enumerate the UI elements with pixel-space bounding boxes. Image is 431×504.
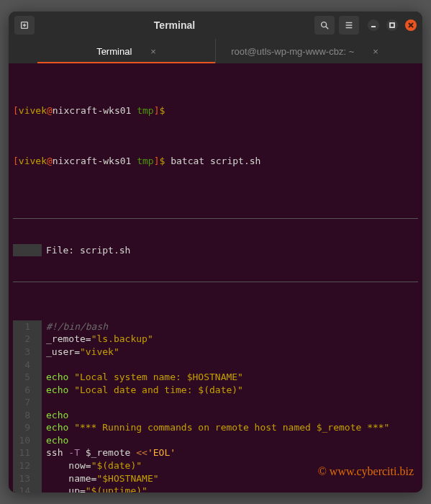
command-text: batcat script.sh bbox=[171, 156, 260, 166]
terminal-window: Terminal Terminal × root@utls-wp-mg-www-… bbox=[9, 12, 422, 492]
code-line: 7 bbox=[13, 396, 418, 409]
code-line: 9 echo "*** Running commands on remote h… bbox=[13, 421, 418, 434]
search-button[interactable] bbox=[314, 16, 335, 35]
bat-rule bbox=[13, 218, 418, 219]
tab-remote-session[interactable]: root@utls-wp-mg-www-cbz: ~ × bbox=[216, 39, 394, 63]
hamburger-menu-button[interactable] bbox=[339, 16, 359, 35]
code-line: 4 bbox=[13, 359, 418, 372]
tab-close-icon[interactable]: × bbox=[373, 46, 378, 57]
prompt-line: [vivek@nixcraft-wks01 tmp]$ bbox=[13, 104, 418, 117]
titlebar: Terminal bbox=[9, 12, 422, 39]
close-button[interactable] bbox=[405, 19, 417, 31]
watermark: © www.cyberciti.biz bbox=[318, 464, 414, 480]
code-line: 6 echo "Local date and time: $(date)" bbox=[13, 384, 418, 397]
tab-label: Terminal bbox=[96, 46, 132, 57]
tab-close-icon[interactable]: × bbox=[150, 46, 156, 57]
code-line: 14 up="$(uptime)" bbox=[13, 485, 418, 492]
window-controls bbox=[368, 19, 417, 31]
code-line: 8 echo bbox=[13, 409, 418, 422]
code-line: 2 _remote="ls.backup" bbox=[13, 333, 418, 346]
tab-label: root@utls-wp-mg-www-cbz: ~ bbox=[231, 46, 354, 57]
svg-line-4 bbox=[326, 27, 329, 30]
code-line: 10 echo bbox=[13, 434, 418, 447]
minimize-button[interactable] bbox=[368, 19, 379, 31]
maximize-button[interactable] bbox=[386, 19, 398, 31]
bat-rule bbox=[13, 282, 418, 282]
tab-bar: Terminal × root@utls-wp-mg-www-cbz: ~ × bbox=[9, 39, 422, 63]
code-line: 5 echo "Local system name: $HOSTNAME" bbox=[13, 371, 418, 384]
bat-header: File: script.sh bbox=[13, 244, 418, 257]
code-line: 3 _user="vivek" bbox=[13, 346, 418, 359]
prompt-line: [vivek@nixcraft-wks01 tmp]$ batcat scrip… bbox=[13, 155, 418, 168]
window-title: Terminal bbox=[39, 19, 310, 31]
svg-point-3 bbox=[322, 22, 327, 27]
svg-rect-9 bbox=[390, 23, 394, 27]
code-line: 11 ssh -T $_remote <<'EOL' bbox=[13, 446, 418, 459]
tab-terminal[interactable]: Terminal × bbox=[37, 39, 215, 63]
code-line: 1 #!/bin/bash bbox=[13, 320, 418, 333]
new-tab-button[interactable] bbox=[14, 16, 35, 35]
terminal-body[interactable]: [vivek@nixcraft-wks01 tmp]$ [vivek@nixcr… bbox=[9, 63, 422, 492]
